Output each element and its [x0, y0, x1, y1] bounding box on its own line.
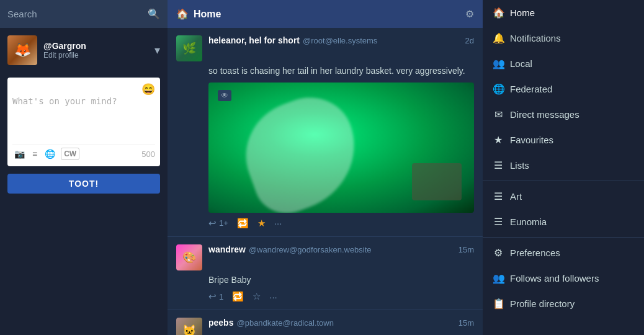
sidebar-item-local[interactable]: 👥 Local	[483, 51, 644, 76]
reply-icon: ↩	[208, 218, 217, 229]
post-time: 15m	[458, 318, 474, 328]
sidebar-item-follows-followers[interactable]: 👥 Follows and followers	[483, 266, 644, 291]
compose-box: 😄 📷 ≡ 🌐 CW 500	[7, 78, 160, 166]
sidebar-item-lists[interactable]: ☰ Lists	[483, 153, 644, 178]
post-header: 🐱 peebs @pbandkate@radical.town 15m	[176, 318, 474, 335]
search-input[interactable]	[7, 9, 148, 19]
avatar: 🦊	[7, 35, 37, 65]
compose-toolbar: 📷 ≡ 🌐 CW 500	[12, 145, 155, 161]
post-author-name: heleanor, hel for short	[208, 35, 300, 45]
column-title: Home	[194, 9, 460, 20]
post-author-handle: @root@elle.systems	[303, 36, 377, 45]
sidebar-item-home[interactable]: 🏠 Home	[483, 0, 644, 25]
reply-button[interactable]: ↩ 1+	[208, 218, 228, 229]
mail-icon: ✉	[493, 109, 504, 120]
profile-edit-link[interactable]: Edit profile	[43, 51, 148, 60]
sidebar-item-eunomia[interactable]: ☰ Eunomia	[483, 209, 644, 234]
post-author-line: peebs @pbandkate@radical.town 15m	[208, 318, 474, 328]
avatar: 🌿	[176, 35, 202, 61]
sidebar-item-label: Notifications	[510, 33, 561, 43]
avatar: 🎨	[176, 244, 202, 270]
post-content: so toast is chasing her tail in her laun…	[208, 65, 474, 78]
post-author-name: peebs	[208, 318, 233, 328]
sidebar-item-direct-messages[interactable]: ✉ Direct messages	[483, 102, 644, 127]
post-image: 👁	[208, 83, 474, 213]
post-actions: ↩ 1+ 🔁 ★ ···	[208, 218, 474, 229]
sidebar-item-art[interactable]: ☰ Art	[483, 184, 644, 209]
post-meta: peebs @pbandkate@radical.town 15m	[208, 318, 474, 328]
post-time: 2d	[465, 36, 474, 45]
sidebar-item-label: Local	[510, 58, 532, 69]
left-sidebar: 🔍 🦊 @Gargron Edit profile ▾ 😄 📷 ≡ 🌐 CW 5…	[0, 0, 168, 335]
post-author-line: heleanor, hel for short @root@elle.syste…	[208, 35, 474, 45]
nav-divider	[483, 181, 644, 181]
more-button[interactable]: ···	[274, 218, 282, 228]
reply-icon: ↩	[208, 291, 217, 302]
star-icon: ☆	[253, 291, 261, 302]
search-icon: 🔍	[148, 8, 160, 20]
table-row: 🐱 peebs @pbandkate@radical.town 15m @Mai…	[168, 310, 483, 335]
compose-cw-button[interactable]: CW	[61, 148, 79, 160]
cw-icon: 👁	[218, 90, 231, 101]
compose-globe-icon[interactable]: 🌐	[43, 148, 57, 160]
profile-name: @Gargron	[43, 41, 148, 51]
favourite-button[interactable]: ☆	[253, 291, 261, 302]
directory-icon: 📋	[493, 298, 504, 310]
column-settings-icon[interactable]: ⚙	[465, 8, 474, 20]
sidebar-item-label: Lists	[510, 160, 529, 171]
sidebar-item-favourites[interactable]: ★ Favourites	[483, 127, 644, 153]
post-actions: ↩ 1 🔁 ☆ ···	[208, 291, 474, 302]
more-button[interactable]: ···	[269, 292, 277, 302]
favourite-button[interactable]: ★	[257, 218, 266, 229]
post-content: Bripe Baby	[208, 274, 474, 287]
boost-button[interactable]: 🔁	[232, 291, 244, 302]
profile-chevron-icon[interactable]: ▾	[154, 43, 160, 57]
sidebar-item-notifications[interactable]: 🔔 Notifications	[483, 25, 644, 51]
sidebar-item-profile-directory[interactable]: 📋 Profile directory	[483, 291, 644, 316]
post-author-name: wandrew	[208, 244, 246, 254]
post-author-handle: @wandrew@godforsaken.website	[249, 245, 372, 254]
sidebar-item-label: Direct messages	[510, 109, 579, 120]
column-header: 🏠 Home ⚙	[168, 0, 483, 28]
right-sidebar: 🏠 Home 🔔 Notifications 👥 Local 🌐 Federat…	[483, 0, 644, 335]
sidebar-item-label: Eunomia	[510, 217, 547, 227]
home-icon: 🏠	[176, 8, 189, 20]
gear-icon: ⚙	[493, 247, 504, 259]
toot-button[interactable]: TOOT!	[7, 174, 160, 194]
compose-counter: 500	[141, 150, 155, 159]
search-bar: 🔍	[0, 0, 168, 28]
middle-column: 🏠 Home ⚙ 🌿 heleanor, hel for short @root…	[168, 0, 483, 335]
table-row: 🎨 wandrew @wandrew@godforsaken.website 1…	[168, 237, 483, 311]
boost-button[interactable]: 🔁	[237, 218, 249, 229]
home-icon: 🏠	[493, 7, 504, 19]
post-header: 🌿 heleanor, hel for short @root@elle.sys…	[176, 35, 474, 61]
reply-button[interactable]: ↩ 1	[208, 291, 223, 302]
sidebar-item-label: Preferences	[510, 248, 560, 258]
profile-section: 🦊 @Gargron Edit profile ▾	[0, 28, 168, 73]
sidebar-item-preferences[interactable]: ⚙ Preferences	[483, 240, 644, 266]
compose-textarea[interactable]	[12, 96, 155, 140]
star-icon: ★	[493, 134, 504, 146]
compose-list-icon[interactable]: ≡	[30, 148, 39, 160]
compose-emoji-button[interactable]: 😄	[141, 83, 155, 96]
sidebar-item-label: Favourites	[510, 135, 553, 145]
sidebar-item-label: Follows and followers	[510, 273, 599, 284]
more-icon: ···	[274, 218, 282, 228]
globe-icon: 🌐	[493, 83, 504, 95]
post-meta: heleanor, hel for short @root@elle.syste…	[208, 35, 474, 45]
avatar: 🐱	[176, 318, 202, 335]
profile-info: @Gargron Edit profile	[43, 41, 148, 60]
star-icon: ★	[257, 218, 266, 229]
compose-camera-icon[interactable]: 📷	[12, 148, 27, 160]
lists-icon: ☰	[493, 159, 504, 171]
post-time: 15m	[458, 245, 474, 254]
sidebar-item-federated[interactable]: 🌐 Federated	[483, 76, 644, 102]
reply-count: 1+	[219, 218, 228, 228]
eunomia-icon: ☰	[493, 216, 504, 228]
avatar-image: 🦊	[7, 35, 37, 65]
sidebar-item-label: Art	[510, 191, 522, 202]
art-icon: ☰	[493, 190, 504, 202]
post-image-visual: 👁	[208, 83, 474, 213]
reply-count: 1	[219, 292, 223, 302]
post-author-handle: @pbandkate@radical.town	[236, 318, 333, 328]
